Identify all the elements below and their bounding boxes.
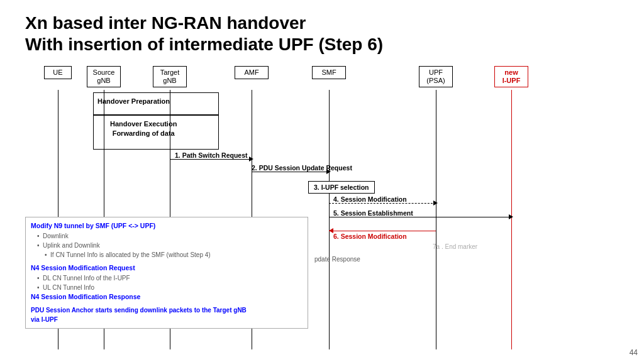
arrowhead-session-mod (433, 200, 438, 206)
info-item-downlink: • Downlink (31, 231, 303, 241)
arrow-session-mod-red (329, 231, 436, 231)
participant-amf: AMF (235, 66, 269, 79)
arrow-session-estab (329, 217, 511, 217)
arrowhead-path-switch (249, 156, 253, 162)
participant-target-gnb: TargetgNB (153, 66, 187, 87)
info-title3: N4 Session Modification Response (31, 292, 303, 302)
participant-upf-psa: UPF(PSA) (419, 66, 453, 87)
label-session-estab: 5. Session Establishment (333, 209, 413, 217)
handover-exec-label: Handover ExecutionForwarding of data (110, 119, 177, 139)
info-title4: PDU Session Anchor starts sending downli… (31, 305, 303, 324)
info-item-updown: • Uplink and Downlink (31, 241, 303, 250)
arrow-session-mod (329, 203, 436, 204)
arrowhead-session-estab (509, 214, 513, 219)
label-end-marker: 7a . End marker (433, 243, 477, 250)
handover-prep-label: Handover Preparation (97, 97, 170, 105)
lifeline-upf-psa (436, 90, 436, 349)
info-title2: N4 Session Modification Request (31, 263, 303, 273)
arrow-path-switch (170, 159, 252, 160)
page-number: 44 (630, 348, 638, 357)
slide-title: Xn based inter NG-RAN handover With inse… (25, 13, 619, 55)
label-pdu-update-resp: pdate Response (314, 256, 360, 263)
participant-smf: SMF (312, 66, 346, 79)
info-subitem: • If CN Tunnel Info is allocated by the … (31, 250, 303, 260)
label-session-mod: 4. Session Modification (333, 195, 407, 203)
participant-source-gnb: SourcegNB (87, 66, 121, 87)
arrowhead-session-mod-red (329, 228, 333, 233)
info-box: Modify N9 tunnel by SMF (UPF <-> UPF) • … (25, 217, 308, 329)
label-path-switch: 1. Path Switch Request (175, 151, 248, 159)
lifeline-smf (329, 90, 330, 349)
info-dl-cn: • DL CN Tunnel Info of the I-UPF (31, 273, 303, 283)
slide: Xn based inter NG-RAN handover With inse… (0, 0, 644, 362)
participant-ue: UE (44, 66, 72, 79)
info-title1: Modify N9 tunnel by SMF (UPF <-> UPF) (31, 221, 303, 231)
sequence-diagram: UE SourcegNB TargetgNB AMF SMF UPF(PSA) … (25, 66, 619, 349)
participant-new-iupf: newI-UPF (494, 66, 528, 87)
arrow-pdu-session-req (252, 172, 329, 172)
step3-iupf-selection: 3. I-UPF selection (308, 181, 375, 194)
lifeline-new-iupf (511, 90, 512, 349)
info-ul-cn: • UL CN Tunnel Info (31, 283, 303, 292)
label-session-mod-red: 6. Session Modification (333, 233, 407, 240)
label-pdu-session-req: 2. PDU Session Update Request (252, 164, 352, 172)
